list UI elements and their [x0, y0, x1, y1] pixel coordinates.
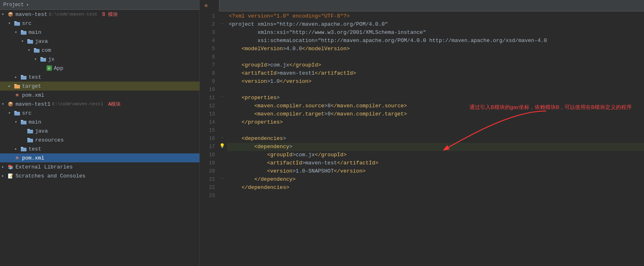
icon-pom: m: [14, 155, 20, 161]
code-text-2: <project xmlns="http://maven.apache.org/…: [229, 20, 388, 29]
gutter-6: [218, 52, 226, 60]
tree-label-test-2: test: [29, 146, 41, 152]
tree-item-java-1[interactable]: java: [0, 37, 199, 46]
gutter-18: [218, 150, 226, 158]
tree-item-external-libs[interactable]: 📚External Libraries: [0, 162, 199, 171]
tree-label-java-2: java: [35, 128, 48, 134]
tree-item-resources-1[interactable]: resources: [0, 135, 199, 144]
code-text-20: <version>1.0-SNAPSHOT</version>: [229, 167, 366, 175]
tree-label-maven-test-root: maven-test: [15, 11, 47, 18]
icon-folder: [20, 74, 27, 80]
gutter-13: [218, 109, 226, 117]
tree-arrow-main-1[interactable]: [15, 30, 20, 35]
tree-item-maven-test-root[interactable]: 📦maven-test E:\code\maven-testB 模块: [0, 10, 199, 19]
gutter-8: [218, 69, 226, 77]
code-text-5: <modelVersion>4.0.0</modelVersion>: [229, 45, 350, 53]
icon-folder-orange: [14, 83, 20, 89]
gutter-16[interactable]: –: [218, 134, 226, 142]
gutter-20: [218, 166, 226, 175]
tree-arrow-maven-test1-root[interactable]: [2, 102, 7, 106]
code-text-12: <maven.compiler.source>8</maven.compiler…: [229, 102, 407, 110]
tree-item-main-1[interactable]: main: [0, 28, 199, 37]
code-text-23: [229, 192, 232, 200]
svg-rect-0: [14, 22, 20, 26]
code-text-4: xsi:schemaLocation="http://maven.apache.…: [229, 37, 547, 45]
code-line-18: <groupId>com.jx</groupId>: [227, 151, 644, 159]
tree-arrow-src-1[interactable]: [8, 21, 13, 26]
tree-item-scratches[interactable]: 📝Scratches and Consoles: [0, 171, 199, 180]
tree-arrow-java-1[interactable]: [21, 39, 26, 44]
icon-module: 📦: [7, 11, 14, 18]
tree-arrow-test-2[interactable]: [15, 146, 20, 151]
sidebar-header: Project ▾: [0, 0, 199, 10]
tree-label-maven-test1-root: maven-test1: [15, 101, 51, 107]
gutter-17[interactable]: 💡: [218, 142, 226, 150]
code-text-7: <groupId>com.jx</groupId>: [229, 61, 321, 69]
tree-item-src-1[interactable]: src: [0, 19, 199, 28]
gutter-11[interactable]: –: [218, 93, 226, 101]
code-text-1: <?xml version="1.0" encoding="UTF-8"?>: [229, 12, 350, 20]
tree-label-java-1: java: [35, 38, 48, 44]
tree-item-java-2[interactable]: java: [0, 126, 199, 135]
icon-folder: [14, 110, 20, 116]
tree-label-com-1: com: [42, 47, 51, 53]
tree-label-external-libs: External Libraries: [15, 164, 73, 170]
icon-folder: [27, 38, 33, 44]
code-line-21: </dependency>: [227, 175, 644, 184]
code-text-17: <dependency>: [229, 143, 292, 151]
gutter-9: [218, 77, 226, 85]
svg-rect-12: [21, 76, 27, 80]
tree-item-jx-1[interactable]: jx: [0, 55, 199, 64]
code-text-3: xmlns:xsi="http://www.w3.org/2001/XMLSch…: [229, 29, 426, 37]
code-line-15: [227, 126, 644, 135]
tree-arrow-maven-test-root[interactable]: [2, 12, 7, 17]
tree-arrow-target-1[interactable]: [8, 84, 13, 89]
icon-folder: [33, 47, 40, 53]
tree-item-App[interactable]: AApp: [0, 64, 199, 73]
code-text-16: <dependencies>: [229, 135, 286, 143]
tree-label-jx-1: jx: [48, 56, 55, 62]
project-dropdown-icon[interactable]: ▾: [26, 2, 29, 7]
tree-item-maven-test1-root[interactable]: 📦maven-test1 E:\code\maven-test1A模块: [0, 100, 199, 109]
tree-arrow-main-2[interactable]: [15, 120, 20, 124]
tree-arrow-src-2[interactable]: [8, 111, 13, 115]
tree-item-test-1[interactable]: test: [0, 73, 199, 82]
tree-arrow-jx-1[interactable]: [34, 57, 39, 62]
tree-item-test-2[interactable]: test: [0, 144, 199, 153]
svg-rect-5: [27, 39, 30, 40]
editor-content: 1234567891011121314151617181920212223 ––…: [200, 11, 644, 266]
pom-xml-tab[interactable]: m: [200, 0, 219, 11]
tree-item-target-1[interactable]: target: [0, 82, 199, 91]
icon-folder: [40, 56, 46, 62]
tree-label-target-1: target: [22, 83, 41, 89]
icon-folder: [20, 119, 27, 125]
code-line-14: </properties>: [227, 118, 644, 126]
tree-item-main-2[interactable]: main: [0, 117, 199, 126]
tree-item-src-2[interactable]: src: [0, 109, 199, 117]
tree-label-scratches: Scratches and Consoles: [15, 173, 86, 179]
tree-arrow-com-1[interactable]: [28, 48, 33, 53]
tree-item-pom-1[interactable]: mpom.xml: [0, 91, 199, 100]
icon-scratches: 📝: [7, 173, 14, 179]
code-text-19: <artifactId>maven-test</artifactId>: [229, 159, 378, 167]
code-text-8: <artifactId>maven-test1</artifactId>: [229, 69, 356, 78]
code-text-21: </dependency>: [229, 175, 296, 184]
icon-module: 📦: [7, 101, 14, 107]
tree-arrow-scratches[interactable]: [2, 173, 7, 178]
file-tree: 📦maven-test E:\code\maven-testB 模块srcmai…: [0, 10, 199, 180]
code-text-11: <properties>: [229, 94, 280, 102]
svg-rect-4: [27, 40, 33, 44]
code-area[interactable]: <?xml version="1.0" encoding="UTF-8"?><p…: [227, 11, 644, 266]
tree-item-pom-2[interactable]: mpom.xml: [0, 153, 199, 162]
gutter-10: [218, 85, 226, 93]
gutter-2[interactable]: –: [218, 20, 226, 28]
gutter-23: [218, 191, 226, 199]
code-line-9: <version>1.0</version>: [227, 78, 644, 86]
svg-rect-15: [14, 84, 17, 85]
tree-item-com-1[interactable]: com: [0, 46, 199, 55]
gutter-21[interactable]: –: [218, 175, 226, 183]
tree-arrow-external-libs[interactable]: [2, 164, 7, 169]
tree-arrow-test-1[interactable]: [15, 75, 20, 80]
svg-rect-17: [14, 111, 17, 112]
svg-rect-24: [21, 148, 27, 151]
